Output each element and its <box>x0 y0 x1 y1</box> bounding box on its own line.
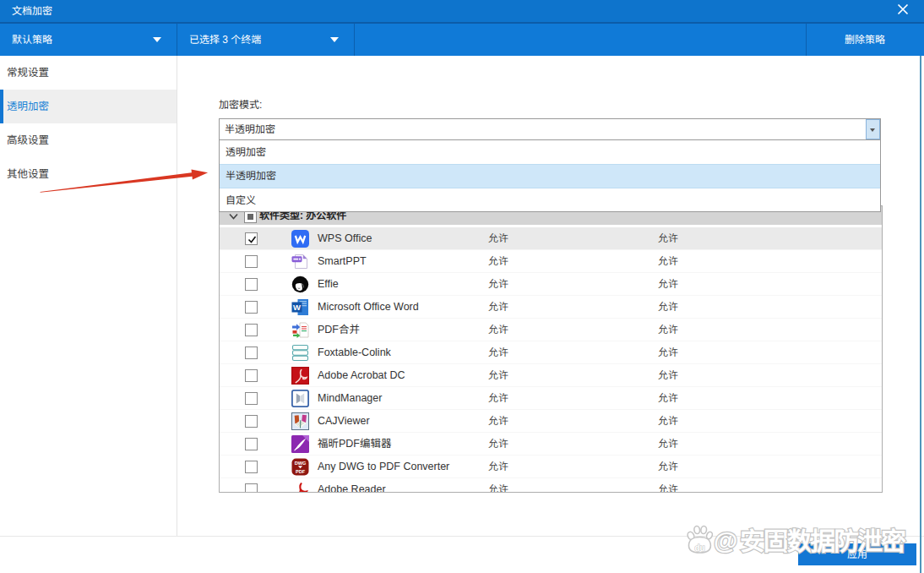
svg-text:@: @ <box>714 527 737 554</box>
svg-text:W: W <box>293 303 301 312</box>
svg-text:PDF: PDF <box>296 469 306 474</box>
svg-text:安固数据防泄密: 安固数据防泄密 <box>740 521 906 558</box>
svg-text:DWG: DWG <box>295 461 307 466</box>
svg-text:du: du <box>694 543 704 553</box>
